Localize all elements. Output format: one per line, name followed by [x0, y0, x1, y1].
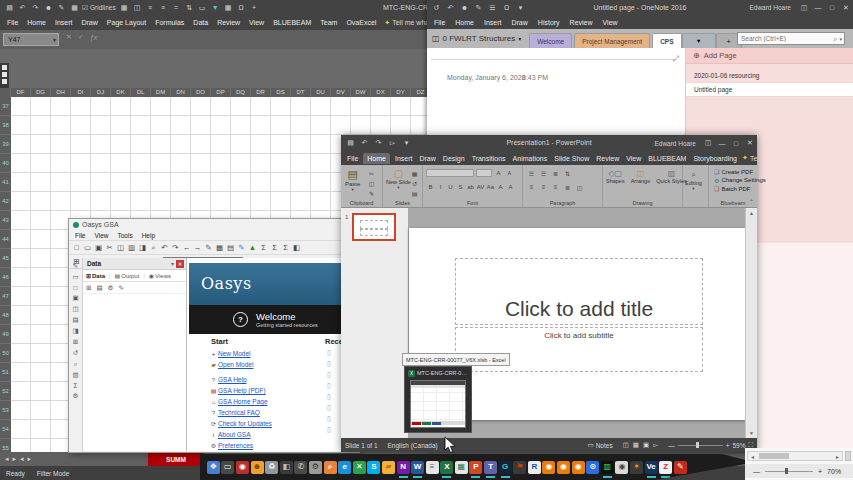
scrollbar-thumb[interactable] — [759, 453, 789, 459]
minimize-button[interactable]: — — [811, 0, 825, 15]
excel-ribbon-tab[interactable]: Draw — [80, 19, 98, 26]
zoom-in-icon[interactable]: + — [726, 442, 730, 449]
row-header[interactable]: 46 — [0, 268, 11, 287]
sigma-1-icon[interactable]: Σ — [258, 242, 269, 253]
search-icon[interactable]: ⌕ — [324, 461, 337, 474]
row-header[interactable]: 43 — [0, 211, 11, 230]
forward-icon[interactable]: → — [192, 242, 203, 253]
column-header[interactable]: DQ — [231, 88, 251, 97]
link-gsa-help-pdf[interactable]: ▤ GSA Help (PDF) — [209, 385, 272, 396]
sheet-nav-arrows[interactable]: ◂▸◂▸ — [0, 455, 36, 463]
zoom-slider[interactable] — [765, 471, 813, 472]
save-icon[interactable]: ▣ — [93, 242, 104, 253]
link-new-model[interactable]: + New Model — [209, 348, 272, 359]
expand-icon[interactable]: ⊞ — [86, 284, 91, 292]
section-overflow-tab[interactable]: ▾ — [682, 33, 716, 49]
excel-ribbon-tab[interactable]: Team — [319, 19, 338, 26]
borders-icon[interactable]: ▦ — [119, 2, 130, 13]
copy-icon[interactable]: ◫ — [115, 242, 126, 253]
powerpoint-ribbon-tab[interactable]: File — [345, 155, 360, 162]
column-header[interactable]: DS — [271, 88, 291, 97]
print-2-icon[interactable]: ◧ — [291, 242, 302, 253]
paste-icon[interactable]: ▥ — [126, 242, 137, 253]
rotate-icon[interactable]: ↺ — [73, 349, 78, 357]
column-header[interactable]: DP — [211, 88, 231, 97]
strikethrough-button[interactable]: S — [456, 183, 465, 191]
omega-icon[interactable]: Ω — [236, 2, 247, 13]
table-icon[interactable]: ▦ — [223, 2, 234, 13]
sort-icon[interactable]: ⇅ — [184, 2, 195, 13]
column-header[interactable]: DM — [151, 88, 171, 97]
account-name[interactable]: Edward Hoare — [654, 140, 696, 147]
powerpoint-ribbon-tab[interactable]: Storyboarding — [691, 155, 739, 162]
excel-ribbon-tab[interactable]: File — [6, 19, 19, 26]
zotero-icon[interactable]: Z — [659, 461, 672, 474]
column-header[interactable]: DY — [391, 88, 411, 97]
folder-icon[interactable]: ▰ — [382, 461, 395, 474]
scroll-left-icon[interactable]: ◂ — [748, 453, 757, 460]
link-gsa-home-page[interactable]: ⌂ GSA Home Page — [209, 396, 272, 407]
tab-welcome[interactable]: Welcome — [529, 33, 572, 49]
recent-file-icon[interactable]: ▯ — [327, 360, 331, 371]
powerpoint-ribbon-tab[interactable]: Slide Show — [552, 155, 591, 162]
slide-counter[interactable]: Slide 1 of 1 — [345, 442, 378, 449]
language-status[interactable]: English (Canada) — [388, 442, 438, 449]
account-name[interactable]: Edward Hoare — [749, 4, 791, 11]
gsa-menu-item[interactable]: Tools — [117, 232, 132, 239]
editing-button[interactable]: ⌕ Editing ▾ — [685, 170, 702, 191]
powerpoint-ribbon-tab[interactable]: Home — [363, 153, 390, 164]
split-handle[interactable] — [845, 451, 851, 461]
link-gsa-help[interactable]: ? GSA Help — [209, 374, 272, 385]
zoom-percent[interactable]: 70% — [827, 468, 841, 475]
save-icon[interactable]: ▤ — [4, 2, 15, 13]
align-right-icon[interactable]: ≡ — [551, 183, 560, 191]
layout-icon[interactable]: ▦ — [410, 169, 419, 177]
green-x-icon[interactable]: ✕ — [353, 461, 366, 474]
slide-sorter-icon[interactable]: ▦ — [633, 441, 639, 449]
lock-icon[interactable]: ⊙ — [586, 461, 599, 474]
recent-file-icon[interactable]: ▯ — [327, 393, 331, 404]
blender-2-icon[interactable]: ◉ — [557, 461, 570, 474]
powerpoint-tell-me[interactable]: ✦Tell me — [742, 154, 757, 162]
powerpoint-icon[interactable]: P — [469, 461, 482, 474]
maximize-button[interactable]: □ — [729, 135, 743, 151]
column-header[interactable]: DN — [171, 88, 191, 97]
gsa-hexagon-icon[interactable]: G — [499, 461, 512, 474]
row-header[interactable]: 47 — [0, 287, 11, 306]
onenote-ribbon-tab[interactable]: Insert — [483, 19, 503, 26]
column-header[interactable]: DO — [191, 88, 211, 97]
merge-icon[interactable]: ◫ — [132, 2, 143, 13]
onenote-ribbon-tab[interactable]: View — [602, 19, 619, 26]
minimize-button[interactable]: — — [715, 135, 729, 151]
reading-view-icon[interactable]: ▣ — [643, 441, 649, 449]
close-panel-button[interactable]: ✕ — [176, 260, 184, 268]
select-icon[interactable]: ✎ — [73, 262, 78, 270]
row-header[interactable]: 48 — [0, 306, 11, 325]
link-preferences[interactable]: ⚙ Preferences — [209, 440, 272, 451]
search-box[interactable]: ⌕ ▾ — [737, 32, 845, 45]
blender-1-icon[interactable]: ◉ — [542, 461, 555, 474]
undo-icon[interactable]: ↶ — [159, 242, 170, 253]
link-about-gsa[interactable]: i About GSA — [209, 429, 272, 440]
indent-icon[interactable]: ≣ — [551, 169, 560, 177]
add-icon[interactable]: + — [249, 2, 260, 13]
shapes-button[interactable]: ◇▢ Shapes — [606, 169, 625, 184]
grow-font-button[interactable]: A — [496, 183, 505, 191]
cancel-entry-icon[interactable]: ✕ — [66, 33, 72, 41]
onenote-ribbon-tab[interactable]: File — [433, 19, 446, 26]
column-header[interactable]: DK — [111, 88, 131, 97]
row-header[interactable]: 50 — [0, 344, 11, 363]
align-left-icon[interactable]: ≡ — [145, 2, 156, 13]
zoom-slider-thumb[interactable] — [785, 468, 788, 474]
bold-button[interactable]: B — [426, 183, 435, 191]
italic-button[interactable]: I — [436, 183, 445, 191]
link-technical-faq[interactable]: ? Technical FAQ — [209, 407, 272, 418]
document-icon[interactable]: ≡ — [426, 461, 439, 474]
chevron-down-icon[interactable]: ▾ — [53, 36, 56, 43]
numbering-icon[interactable]: ☰ — [539, 169, 548, 177]
ribbon-options-icon[interactable]: ◫ — [797, 0, 811, 15]
recycle-bin-icon[interactable]: ♻ — [265, 461, 278, 474]
row-header[interactable]: 41 — [0, 173, 11, 192]
tab-cps[interactable]: CPS — [652, 33, 681, 49]
notebook-selector[interactable]: ◫ 0 FWLRT Structures ▾ — [432, 34, 521, 43]
